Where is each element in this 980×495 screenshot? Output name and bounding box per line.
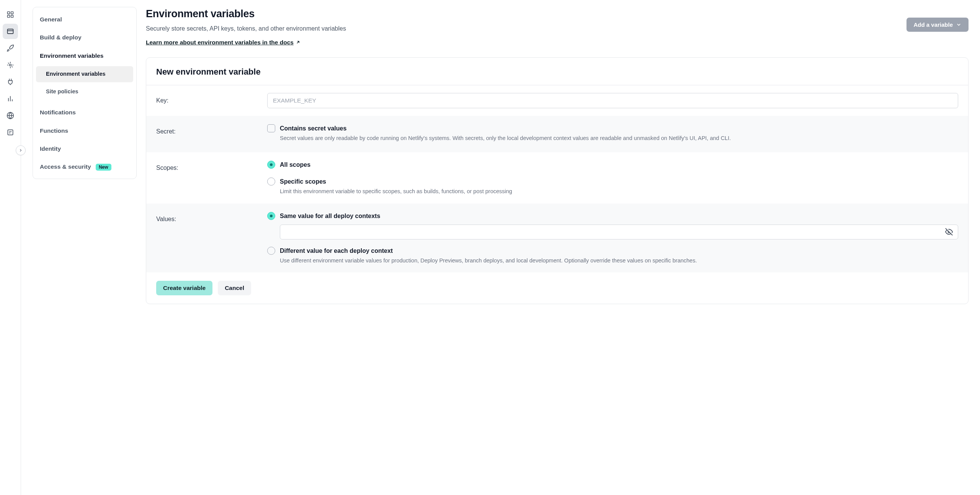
plug-icon — [7, 78, 14, 86]
scopes-all-radio[interactable] — [267, 161, 275, 169]
chevron-right-icon — [18, 148, 23, 153]
add-variable-button[interactable]: Add a variable — [906, 18, 969, 32]
cancel-button[interactable]: Cancel — [218, 281, 251, 295]
svg-point-6 — [10, 64, 11, 66]
values-same-label: Same value for all deploy contexts — [280, 212, 958, 221]
secret-option-desc: Secret values are only readable by code … — [280, 134, 958, 142]
values-label: Values: — [156, 212, 267, 224]
secret-checkbox[interactable] — [267, 124, 275, 132]
scopes-specific-label: Specific scopes — [280, 177, 958, 186]
docs-link-text: Learn more about environment variables i… — [146, 38, 294, 47]
eye-off-icon — [945, 228, 953, 236]
sidebar-item-label: Build & deploy — [40, 33, 82, 42]
toggle-visibility-button[interactable] — [944, 226, 954, 237]
main-content: Environment variables Securely store sec… — [146, 6, 969, 480]
scopes-specific-desc: Limit this environment variable to speci… — [280, 187, 958, 195]
svg-rect-12 — [8, 130, 13, 135]
grid-icon — [7, 11, 14, 18]
scopes-all-label: All scopes — [280, 160, 958, 169]
values-different-radio[interactable] — [267, 247, 275, 255]
sidebar-item-build-deploy[interactable]: Build & deploy — [33, 28, 136, 46]
add-variable-label: Add a variable — [913, 21, 953, 28]
sidebar-item-label: Access & security — [40, 163, 91, 170]
sidebar-item-general[interactable]: General — [33, 10, 136, 28]
svg-rect-0 — [8, 12, 10, 14]
svg-rect-3 — [11, 15, 13, 18]
values-different-label: Different value for each deploy context — [280, 246, 958, 256]
secret-label: Secret: — [156, 124, 267, 136]
rocket-icon — [7, 44, 14, 52]
globe-icon — [7, 112, 14, 119]
sidebar-item-env-vars[interactable]: Environment variables — [33, 47, 136, 65]
svg-rect-1 — [11, 12, 13, 14]
values-same-radio[interactable] — [267, 212, 275, 220]
icon-rail — [0, 0, 21, 495]
key-input[interactable] — [267, 93, 958, 108]
page-title: Environment variables — [146, 6, 346, 22]
sidebar-item-label: General — [40, 15, 62, 24]
new-badge: New — [96, 164, 111, 171]
chevron-down-icon — [956, 22, 962, 28]
sidebar-subitem-env-vars[interactable]: Environment variables — [36, 66, 133, 82]
scopes-label: Scopes: — [156, 160, 267, 173]
rail-item-site[interactable] — [3, 24, 18, 39]
rail-item-metrics[interactable] — [3, 91, 18, 106]
key-label: Key: — [156, 93, 267, 105]
sidebar-item-label: Environment variables — [46, 71, 106, 77]
external-link-icon — [296, 40, 301, 45]
sidebar-item-label: Identity — [40, 144, 61, 153]
sidebar-item-label: Functions — [40, 126, 68, 135]
sidebar-item-access-security[interactable]: Access & security New — [33, 158, 136, 176]
sidebar-item-label: Notifications — [40, 108, 76, 117]
rail-expand-button[interactable] — [16, 145, 26, 155]
sidebar-item-functions[interactable]: Functions — [33, 122, 136, 140]
page-subtitle: Securely store secrets, API keys, tokens… — [146, 24, 346, 33]
rail-item-logs[interactable] — [3, 57, 18, 73]
card-title: New environment variable — [156, 65, 958, 78]
rail-item-deploys[interactable] — [3, 41, 18, 56]
value-input[interactable] — [280, 225, 958, 239]
values-different-desc: Use different environment variable value… — [280, 256, 958, 265]
rail-item-integrations[interactable] — [3, 74, 18, 90]
rail-item-domains[interactable] — [3, 108, 18, 123]
sidebar-item-notifications[interactable]: Notifications — [33, 103, 136, 121]
docs-link[interactable]: Learn more about environment variables i… — [146, 38, 301, 47]
sidebar-item-identity[interactable]: Identity — [33, 140, 136, 158]
rail-item-forms[interactable] — [3, 125, 18, 140]
sidebar-item-label: Environment variables — [40, 51, 103, 60]
form-icon — [7, 129, 14, 136]
rail-item-dashboard[interactable] — [3, 7, 18, 22]
svg-rect-4 — [8, 29, 13, 34]
window-icon — [7, 28, 14, 35]
secret-option-title: Contains secret values — [280, 124, 958, 133]
sidebar-subitem-site-policies[interactable]: Site policies — [36, 84, 133, 100]
svg-rect-2 — [8, 15, 10, 18]
sidebar-item-label: Site policies — [46, 88, 78, 94]
settings-sidebar: General Build & deploy Environment varia… — [33, 6, 137, 480]
speed-icon — [7, 61, 14, 69]
bar-chart-icon — [7, 95, 14, 103]
create-variable-button[interactable]: Create variable — [156, 281, 212, 295]
scopes-specific-radio[interactable] — [267, 177, 275, 186]
new-env-var-card: New environment variable Key: Secret: — [146, 57, 969, 304]
